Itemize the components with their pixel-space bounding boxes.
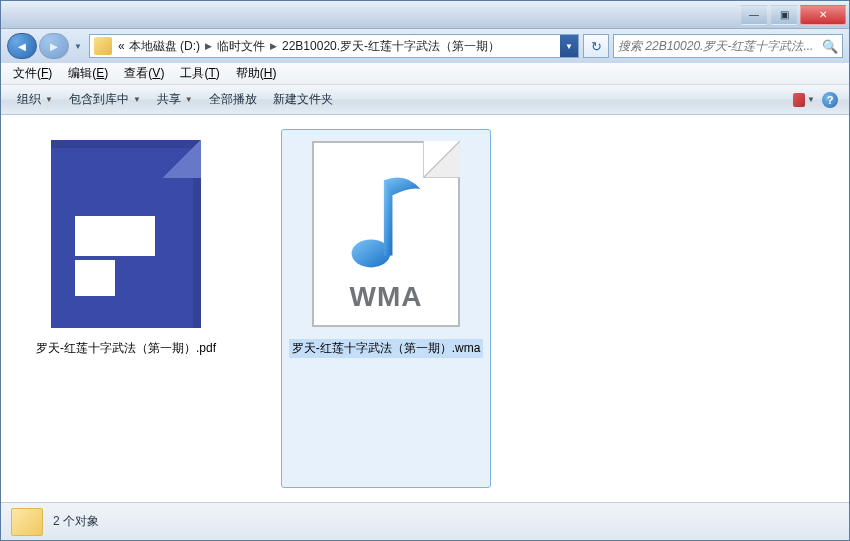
address-dropdown[interactable]: ▼ [560,35,578,57]
arrow-left-icon: ◄ [16,39,29,54]
folder-icon [11,508,43,536]
nav-history-dropdown[interactable]: ▼ [71,36,85,56]
menu-edit[interactable]: 编辑(E) [60,63,116,84]
file-thumbnail [46,136,206,331]
file-item-pdf[interactable]: 罗天-红莲十字武法（第一期）.pdf [21,129,231,488]
search-box[interactable]: 🔍 [613,34,843,58]
status-bar: 2 个对象 [1,502,849,540]
breadcrumb-part[interactable]: 本地磁盘 (D:) [127,38,202,55]
window-buttons: — ▣ ✕ [738,5,846,25]
file-name-label: 罗天-红莲十字武法（第一期）.wma [289,339,484,358]
address-bar-row: ◄ ► ▼ « 本地磁盘 (D:) ▶ 临时文件 ▶ 22B10020.罗天-红… [1,29,849,63]
window-titlebar: — ▣ ✕ [1,1,849,29]
include-in-library-button[interactable]: 包含到库中▼ [61,88,149,111]
organize-button[interactable]: 组织▼ [9,88,61,111]
command-toolbar: 组织▼ 包含到库中▼ 共享▼ 全部播放 新建文件夹 ▼ ? [1,85,849,115]
breadcrumb-part[interactable]: 临时文件 [215,38,267,55]
help-button[interactable]: ? [819,89,841,111]
new-folder-button[interactable]: 新建文件夹 [265,88,341,111]
view-mode-button[interactable]: ▼ [793,89,815,111]
folder-icon [94,37,112,55]
forward-button[interactable]: ► [39,33,69,59]
menu-tools[interactable]: 工具(T) [172,63,227,84]
music-note-icon [343,165,429,277]
search-input[interactable] [618,39,818,53]
file-name-label: 罗天-红莲十字武法（第一期）.pdf [33,339,219,358]
maximize-button[interactable]: ▣ [770,5,798,25]
file-thumbnail: WMA [306,136,466,331]
play-all-button[interactable]: 全部播放 [201,88,265,111]
refresh-button[interactable]: ↻ [583,34,609,58]
view-icon [793,93,805,107]
file-list-pane[interactable]: 罗天-红莲十字武法（第一期）.pdf WM [1,115,849,502]
wma-text-label: WMA [350,281,423,313]
help-icon: ? [822,92,838,108]
chevron-right-icon[interactable]: ▶ [270,41,277,51]
chevron-down-icon: ▼ [185,95,193,104]
chevron-right-icon[interactable]: ▶ [205,41,212,51]
address-box[interactable]: « 本地磁盘 (D:) ▶ 临时文件 ▶ 22B10020.罗天-红莲十字武法（… [89,34,579,58]
wma-icon: WMA [312,141,460,327]
chevron-down-icon: ▼ [133,95,141,104]
menu-help[interactable]: 帮助(H) [228,63,285,84]
nav-buttons: ◄ ► ▼ [7,33,85,59]
breadcrumb-prefix: « [116,39,127,53]
refresh-icon: ↻ [591,39,602,54]
chevron-down-icon: ▼ [45,95,53,104]
back-button[interactable]: ◄ [7,33,37,59]
menu-file[interactable]: 文件(F) [5,63,60,84]
arrow-right-icon: ► [48,39,61,54]
menu-bar: 文件(F) 编辑(E) 查看(V) 工具(T) 帮助(H) [1,63,849,85]
close-button[interactable]: ✕ [800,5,846,25]
search-icon[interactable]: 🔍 [822,39,838,54]
minimize-button[interactable]: — [740,5,768,25]
pdf-icon [51,140,201,328]
chevron-down-icon: ▼ [807,95,815,104]
menu-view[interactable]: 查看(V) [116,63,172,84]
share-button[interactable]: 共享▼ [149,88,201,111]
status-item-count: 2 个对象 [53,513,99,530]
file-item-wma[interactable]: WMA 罗天-红莲十字武法（第一期）.wma [281,129,491,488]
breadcrumb-part[interactable]: 22B10020.罗天-红莲十字武法（第一期） [280,38,502,55]
